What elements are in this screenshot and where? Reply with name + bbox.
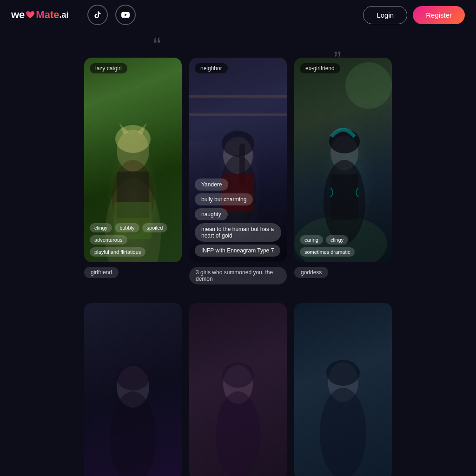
- youtube-icon: [121, 11, 130, 19]
- card-footer-3: goddess: [294, 267, 392, 278]
- svg-point-26: [222, 363, 254, 388]
- register-button[interactable]: Register: [413, 6, 465, 24]
- tag-adventurous: adventurous: [90, 235, 127, 245]
- svg-point-27: [216, 391, 260, 476]
- card-ex-girlfriend[interactable]: ex-girlfriend caring clingy sometimes dr…: [294, 58, 392, 284]
- card-footer-1: girlfriend: [84, 267, 182, 278]
- card-label-3: ex-girlfriend: [300, 63, 340, 73]
- tag-clingy: clingy: [90, 223, 112, 232]
- svg-point-29: [326, 360, 360, 386]
- tag-mean-heart: mean to the human but has a heart of gol…: [195, 223, 281, 242]
- character-svg-4: [84, 303, 182, 476]
- card-creative[interactable]: creative charismatic mischievous Tsender…: [189, 303, 287, 476]
- tag-yandere: Yandere: [195, 178, 228, 191]
- cards-row-2: cold haughty tsundere stern calm mean to…: [0, 303, 476, 476]
- tiktok-icon: [93, 11, 102, 19]
- logo: we Mate .ai: [11, 9, 69, 21]
- svg-point-5: [115, 125, 151, 153]
- card-image-5: [189, 303, 287, 476]
- tag-dramatic: sometimes dramatic: [300, 247, 355, 257]
- card-label-1: lazy catgirl: [90, 63, 127, 73]
- svg-point-23: [116, 364, 150, 390]
- youtube-button[interactable]: [115, 5, 136, 25]
- svg-rect-9: [189, 95, 287, 98]
- card-image-3: ex-girlfriend caring clingy sometimes dr…: [294, 58, 392, 262]
- tag-naughty: naughty: [195, 208, 228, 220]
- footer-tag-goddess: goddess: [294, 267, 328, 278]
- logo-ai: .ai: [59, 10, 68, 20]
- logo-mate: Mate: [36, 9, 59, 21]
- card-mischievous[interactable]: mischievous cheerful and carefree arroga…: [294, 303, 392, 476]
- header-buttons: Login Register: [363, 6, 465, 24]
- tag-spoiled: spoiled: [142, 223, 168, 232]
- card-image-1: lazy catgirl clingy bubbly spoiled adven…: [84, 58, 182, 262]
- svg-point-16: [345, 62, 392, 109]
- card-tags-3: caring clingy sometimes dramatic: [300, 235, 386, 257]
- card-tags-2: Yandere bully but charming naughty mean …: [195, 178, 281, 257]
- character-svg-6: [294, 303, 392, 476]
- quote-left: “: [153, 34, 161, 57]
- svg-point-24: [110, 391, 156, 476]
- logo-heart-icon: [25, 11, 35, 19]
- card-footer-2: 3 girls who summoned you, the demon: [189, 267, 287, 284]
- svg-point-13: [222, 131, 254, 157]
- card-image-4: [84, 303, 182, 476]
- character-svg-3: [294, 58, 392, 262]
- quote-section: “ ”: [0, 30, 476, 58]
- card-image-6: [294, 303, 392, 476]
- footer-tag-demon: 3 girls who summoned you, the demon: [189, 267, 287, 284]
- character-svg-5: [189, 303, 287, 476]
- login-button[interactable]: Login: [363, 6, 407, 24]
- card-cold-haughty[interactable]: cold haughty tsundere stern calm mean to…: [84, 303, 182, 476]
- tag-clingy-3: clingy: [326, 235, 348, 245]
- cards-row-1: lazy catgirl clingy bubbly spoiled adven…: [0, 58, 476, 284]
- tag-caring: caring: [300, 235, 323, 245]
- tag-playful: playful and flirtatious: [90, 247, 145, 257]
- svg-rect-10: [189, 113, 287, 116]
- tag-infp: INFP with Enneagram Type 7: [195, 245, 280, 257]
- svg-rect-21: [331, 174, 358, 220]
- header: we Mate .ai: [0, 0, 476, 30]
- logo-we: we: [11, 9, 25, 21]
- tag-bully-charming: bully but charming: [195, 193, 253, 205]
- tag-bubbly: bubbly: [115, 223, 139, 232]
- card-lazy-catgirl[interactable]: lazy catgirl clingy bubbly spoiled adven…: [84, 58, 182, 284]
- card-label-2: neighbor: [195, 63, 228, 73]
- tiktok-button[interactable]: [87, 5, 108, 25]
- footer-tag-girlfriend: girlfriend: [84, 267, 119, 278]
- card-neighbor[interactable]: neighbor Yandere bully but charming naug…: [189, 58, 287, 284]
- card-tags-1: clingy bubbly spoiled adventurous playfu…: [90, 223, 176, 257]
- svg-point-30: [320, 388, 366, 476]
- social-icons: [87, 5, 136, 25]
- card-image-2: neighbor Yandere bully but charming naug…: [189, 58, 287, 262]
